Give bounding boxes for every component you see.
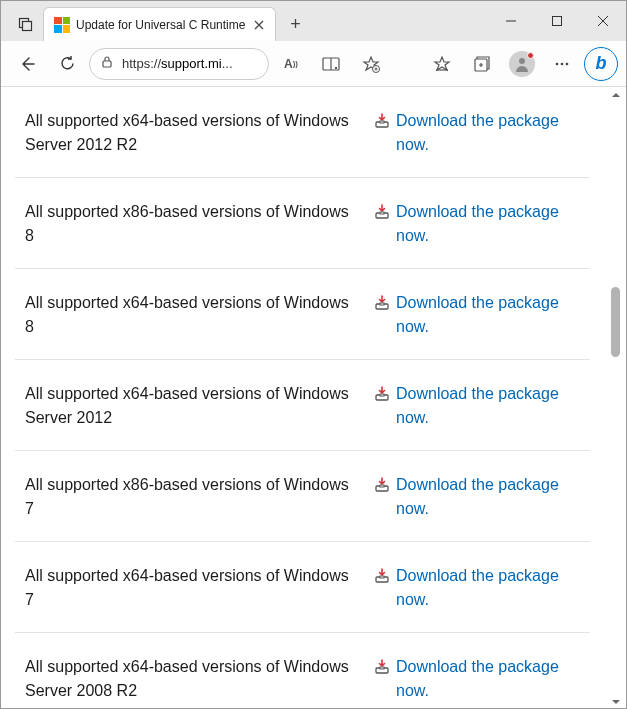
download-icon bbox=[374, 567, 390, 583]
close-window-button[interactable] bbox=[580, 1, 626, 41]
new-tab-button[interactable]: + bbox=[280, 9, 310, 39]
scroll-down-arrow[interactable] bbox=[608, 694, 624, 709]
microsoft-favicon bbox=[54, 17, 70, 33]
download-row: All supported x64-based versions of Wind… bbox=[15, 87, 590, 178]
page-content: All supported x64-based versions of Wind… bbox=[1, 87, 608, 709]
scroll-thumb[interactable] bbox=[611, 287, 620, 357]
download-link[interactable]: Download the package now. bbox=[396, 291, 590, 339]
download-icon bbox=[374, 476, 390, 492]
download-link[interactable]: Download the package now. bbox=[396, 382, 590, 430]
window-titlebar: Update for Universal C Runtime + bbox=[1, 1, 626, 41]
download-cell: Download the package now. bbox=[374, 382, 590, 430]
menu-button[interactable] bbox=[544, 46, 580, 82]
download-icon bbox=[374, 112, 390, 128]
browser-toolbar: https://support.mi... A)) b bbox=[1, 41, 626, 87]
row-description: All supported x86-based versions of Wind… bbox=[15, 473, 360, 521]
bing-button[interactable]: b bbox=[584, 47, 618, 81]
restore-button[interactable] bbox=[534, 1, 580, 41]
download-cell: Download the package now. bbox=[374, 564, 590, 612]
download-row: All supported x64-based versions of Wind… bbox=[15, 633, 590, 709]
svg-rect-14 bbox=[380, 212, 384, 214]
tab-close-button[interactable] bbox=[251, 17, 267, 33]
svg-rect-3 bbox=[103, 61, 111, 67]
row-description: All supported x86-based versions of Wind… bbox=[15, 200, 360, 248]
row-description: All supported x64-based versions of Wind… bbox=[15, 564, 360, 612]
download-icon bbox=[374, 658, 390, 674]
download-icon bbox=[374, 294, 390, 310]
refresh-button[interactable] bbox=[49, 46, 85, 82]
back-button[interactable] bbox=[9, 46, 45, 82]
download-row: All supported x86-based versions of Wind… bbox=[15, 178, 590, 269]
tab-actions-button[interactable] bbox=[9, 7, 43, 41]
download-row: All supported x64-based versions of Wind… bbox=[15, 542, 590, 633]
svg-point-8 bbox=[556, 62, 559, 65]
download-link[interactable]: Download the package now. bbox=[396, 473, 590, 521]
download-row: All supported x86-based versions of Wind… bbox=[15, 451, 590, 542]
tab-title: Update for Universal C Runtime bbox=[76, 18, 245, 32]
download-cell: Download the package now. bbox=[374, 291, 590, 339]
scroll-up-arrow[interactable] bbox=[608, 87, 624, 103]
svg-rect-22 bbox=[380, 576, 384, 578]
address-bar[interactable]: https://support.mi... bbox=[89, 48, 269, 80]
row-description: All supported x64-based versions of Wind… bbox=[15, 655, 360, 703]
svg-rect-12 bbox=[380, 121, 384, 123]
reading-mode-button[interactable] bbox=[313, 46, 349, 82]
svg-point-7 bbox=[519, 58, 525, 64]
svg-point-9 bbox=[561, 62, 564, 65]
url-text: https://support.mi... bbox=[122, 56, 258, 71]
svg-rect-2 bbox=[553, 17, 562, 26]
row-description: All supported x64-based versions of Wind… bbox=[15, 291, 360, 339]
favorites-add-button[interactable] bbox=[353, 46, 389, 82]
svg-rect-20 bbox=[380, 485, 384, 487]
svg-rect-16 bbox=[380, 303, 384, 305]
download-cell: Download the package now. bbox=[374, 655, 590, 703]
favorites-button[interactable] bbox=[424, 46, 460, 82]
download-cell: Download the package now. bbox=[374, 109, 590, 157]
download-row: All supported x64-based versions of Wind… bbox=[15, 360, 590, 451]
svg-point-10 bbox=[566, 62, 569, 65]
download-link[interactable]: Download the package now. bbox=[396, 655, 590, 703]
download-cell: Download the package now. bbox=[374, 473, 590, 521]
download-row: All supported x64-based versions of Wind… bbox=[15, 269, 590, 360]
page-viewport: All supported x64-based versions of Wind… bbox=[1, 87, 626, 709]
minimize-button[interactable] bbox=[488, 1, 534, 41]
profile-button[interactable] bbox=[504, 46, 540, 82]
download-icon bbox=[374, 385, 390, 401]
download-cell: Download the package now. bbox=[374, 200, 590, 248]
svg-rect-24 bbox=[380, 667, 384, 669]
download-link[interactable]: Download the package now. bbox=[396, 109, 590, 157]
svg-rect-1 bbox=[23, 22, 32, 31]
site-info-icon[interactable] bbox=[100, 55, 114, 73]
download-icon bbox=[374, 203, 390, 219]
browser-tab[interactable]: Update for Universal C Runtime bbox=[43, 7, 276, 41]
download-link[interactable]: Download the package now. bbox=[396, 564, 590, 612]
svg-rect-18 bbox=[380, 394, 384, 396]
download-link[interactable]: Download the package now. bbox=[396, 200, 590, 248]
tab-strip: Update for Universal C Runtime + bbox=[9, 1, 488, 41]
notification-dot bbox=[527, 52, 534, 59]
row-description: All supported x64-based versions of Wind… bbox=[15, 109, 360, 157]
row-description: All supported x64-based versions of Wind… bbox=[15, 382, 360, 430]
read-aloud-button[interactable]: A)) bbox=[273, 46, 309, 82]
window-controls bbox=[488, 1, 626, 41]
collections-button[interactable] bbox=[464, 46, 500, 82]
scrollbar[interactable] bbox=[608, 87, 624, 709]
